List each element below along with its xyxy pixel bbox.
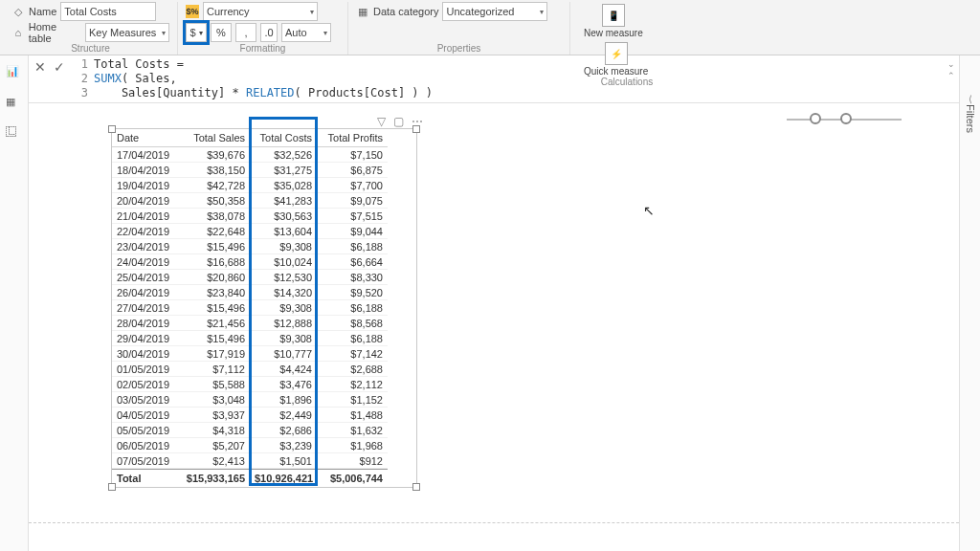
total-profits: $5,006,744 [317,469,388,487]
table-cell: $3,048 [181,392,250,408]
table-row[interactable]: 01/05/2019$7,112$4,424$2,688 [112,362,416,377]
table-row[interactable]: 05/05/2019$4,318$2,686$1,632 [112,423,416,438]
table-row[interactable]: 02/05/2019$5,588$3,476$2,112 [112,377,416,392]
table-row[interactable]: 07/05/2019$2,413$1,501$912 [112,453,416,469]
table-row[interactable]: 29/04/2019$15,496$9,308$6,188 [112,331,416,346]
cursor-icon: ↖ [643,203,655,218]
col-sales[interactable]: Total Sales [181,129,250,147]
table-cell: $9,308 [250,331,317,346]
col-profits[interactable]: Total Profits [317,129,388,147]
total-label: Total [112,469,181,487]
table-row[interactable]: 21/04/2019$38,078$30,563$7,515 [112,209,416,224]
table-cell: $912 [317,453,388,469]
table-cell: 28/04/2019 [112,316,181,331]
table-cell: $41,283 [250,193,317,209]
table-cell: $1,968 [317,438,388,453]
col-date[interactable]: Date [112,129,181,147]
table-row[interactable]: 22/04/2019$22,648$13,604$9,044 [112,224,416,239]
table-row[interactable]: 04/05/2019$3,937$2,449$1,488 [112,408,416,423]
table-cell: 05/05/2019 [112,423,181,438]
table-row[interactable]: 20/04/2019$50,358$41,283$9,075 [112,193,416,209]
table-row[interactable]: 24/04/2019$16,688$10,024$6,664 [112,254,416,270]
table-cell: $7,515 [317,209,388,224]
expand-formula-icon[interactable]: ⌃ [947,71,955,80]
tag-icon: ◇ [11,5,25,18]
table-cell: $7,150 [317,147,388,163]
datacat-label: Data category [373,6,438,17]
data-view-icon[interactable]: ▦ [6,96,23,113]
table-cell: $10,777 [250,346,317,362]
report-canvas[interactable]: ▽ ▢ ⋯ Date Total Sales Total Costs Total… [29,103,959,522]
focus-mode-icon[interactable]: ▢ [393,115,404,128]
resize-handle[interactable] [412,125,420,133]
table-visual[interactable]: Date Total Sales Total Costs Total Profi… [111,128,417,488]
format-select[interactable]: Currency▾ [203,2,318,21]
table-cell: $10,024 [250,254,317,270]
table-row[interactable]: 18/04/2019$38,150$31,275$6,875 [112,163,416,178]
table-cell: $4,318 [181,423,250,438]
table-cell: $14,320 [250,285,317,300]
table-cell: 06/05/2019 [112,438,181,453]
filters-pane-collapsed[interactable]: ⟨ Filters [959,55,980,551]
percent-button[interactable]: % [211,23,232,42]
table-cell: $8,330 [317,270,388,285]
table-cell: 04/05/2019 [112,408,181,423]
table-row[interactable]: 26/04/2019$23,840$14,320$9,520 [112,285,416,300]
table-row[interactable]: 30/04/2019$17,919$10,777$7,142 [112,346,416,362]
datacat-select[interactable]: Uncategorized▾ [442,2,547,21]
table-cell: 17/04/2019 [112,147,181,163]
table-row[interactable]: 23/04/2019$15,496$9,308$6,188 [112,239,416,254]
table-cell: $15,496 [181,331,250,346]
table-row[interactable]: 27/04/2019$15,496$9,308$6,188 [112,300,416,316]
table-cell: $9,308 [250,300,317,316]
resize-handle[interactable] [412,483,420,491]
table-row[interactable]: 25/04/2019$20,860$12,530$8,330 [112,270,416,285]
thousands-button[interactable]: , [235,23,256,42]
table-total-row: Total $15,933,165 $10,926,421 $5,006,744 [112,469,416,487]
datacat-icon: ▦ [356,5,369,18]
resize-handle[interactable] [108,125,116,133]
new-measure-button[interactable]: 📱 New measure [578,2,649,38]
table-cell: $3,476 [250,377,317,392]
table-cell: $22,648 [181,224,250,239]
table-cell: $9,075 [317,193,388,209]
table-cell: $9,520 [317,285,388,300]
col-costs[interactable]: Total Costs [250,129,317,147]
name-input[interactable]: Total Costs [60,2,156,21]
table-cell: $7,700 [317,178,388,193]
table-cell: $7,112 [181,362,250,377]
report-view-icon[interactable]: 📊 [6,65,23,82]
table-cell: $3,937 [181,408,250,423]
table-row[interactable]: 03/05/2019$3,048$1,896$1,152 [112,392,416,408]
filter-visual-icon[interactable]: ▽ [377,115,386,128]
table-cell: 01/05/2019 [112,362,181,377]
decimals-select[interactable]: Auto▾ [281,23,331,42]
table-cell: 29/04/2019 [112,331,181,346]
collapse-formula-icon[interactable]: ⌄ [947,59,955,69]
table-cell: 23/04/2019 [112,239,181,254]
table-row[interactable]: 06/05/2019$5,207$3,239$1,968 [112,438,416,453]
slicer-visual[interactable] [787,119,902,121]
table-cell: 20/04/2019 [112,193,181,209]
group-properties-label: Properties [356,43,562,55]
table-row[interactable]: 28/04/2019$21,456$12,888$8,568 [112,316,416,331]
table-cell: $15,496 [181,300,250,316]
table-cell: $2,112 [317,377,388,392]
table-cell: $2,688 [317,362,388,377]
table-cell: 18/04/2019 [112,163,181,178]
table-cell: $4,424 [250,362,317,377]
table-row[interactable]: 17/04/2019$39,676$32,526$7,150 [112,147,416,163]
resize-handle[interactable] [108,483,116,491]
table-cell: $38,150 [181,163,250,178]
table-cell: $1,501 [250,453,317,469]
model-view-icon[interactable]: ⿺ [6,126,23,143]
table-cell: $8,568 [317,316,388,331]
filters-label: Filters [965,104,976,133]
home-table-select[interactable]: Key Measures▾ [85,23,169,42]
formula-editor[interactable]: 1Total Costs = 2SUMX( Sales, 3 Sales[Qua… [71,55,944,102]
table-cell: 25/04/2019 [112,270,181,285]
commit-formula-icon[interactable]: ✓ [54,59,65,75]
cancel-formula-icon[interactable]: ✕ [34,59,46,75]
table-row[interactable]: 19/04/2019$42,728$35,028$7,700 [112,178,416,193]
currency-button[interactable]: $ ▾ [186,23,207,42]
